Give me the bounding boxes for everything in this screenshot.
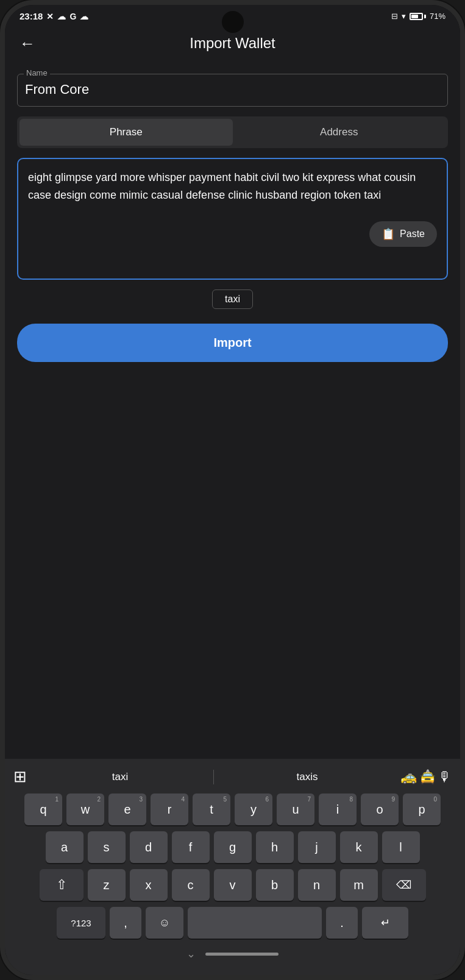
page-title: Import Wallet [190,35,275,52]
key-emoji[interactable]: ☺ [146,907,183,939]
key-l[interactable]: l [382,831,420,863]
key-comma[interactable]: , [110,907,141,939]
key-p[interactable]: p0 [403,794,441,825]
cloud2-icon: ☁ [80,12,88,21]
suggestion-taxis[interactable]: taxis [216,769,398,786]
key-k[interactable]: k [340,831,378,863]
key-o[interactable]: o9 [361,794,399,825]
suggestions-row: ⊞ taxi taxis 🚕 🚖 🎙 [7,764,458,791]
phrase-input-area[interactable]: eight glimpse yard more whisper payment … [17,158,448,280]
key-row-4: ?123 , ☺ . ↵ [10,907,455,939]
wifi-icon: ▾ [402,12,406,21]
name-field-wrapper: Name [17,74,448,107]
paste-icon: 📋 [382,227,395,241]
key-y[interactable]: y6 [235,794,272,825]
key-t[interactable]: t5 [193,794,230,825]
camera-notch [222,11,244,33]
suggestion-chip[interactable]: taxi [212,289,253,309]
key-x[interactable]: x [130,869,168,901]
cloud-icon: ☁ [57,12,66,21]
status-time: 23:18 ✕ ☁ G ☁ [20,11,88,21]
app-content: ← Import Wallet Name Phrase Address eigh… [5,25,460,975]
tab-address[interactable]: Address [233,119,446,146]
mic-icon[interactable]: 🎙 [438,769,452,785]
taxi-emoji-2[interactable]: 🚖 [419,769,436,785]
key-backspace[interactable]: ⌫ [382,869,426,901]
x-icon: ✕ [46,12,54,21]
key-r[interactable]: r4 [151,794,188,825]
phone-frame: 23:18 ✕ ☁ G ☁ ⊟ ▾ 71% [0,0,465,980]
key-return[interactable]: ↵ [362,907,408,939]
suggestion-taxi[interactable]: taxi [29,769,211,786]
key-i[interactable]: i8 [319,794,357,825]
key-z[interactable]: z [88,869,126,901]
import-button[interactable]: Import [17,324,448,362]
paste-button[interactable]: 📋 Paste [369,221,437,247]
key-q[interactable]: q1 [24,794,62,825]
name-label: Name [24,68,50,77]
battery-indicator [410,13,426,20]
key-m[interactable]: m [340,869,378,901]
key-space[interactable] [188,907,322,939]
key-v[interactable]: v [214,869,252,901]
key-s[interactable]: s [88,831,126,863]
name-input[interactable] [25,79,440,100]
bottom-bar: ⌄ [7,941,458,973]
key-h[interactable]: h [256,831,294,863]
autocomplete-suggestion: taxi [17,289,448,309]
key-row-3: ⇧ z x c v b n m ⌫ [10,869,455,901]
status-right: ⊟ ▾ 71% [391,12,445,21]
chevron-down-icon[interactable]: ⌄ [186,947,196,960]
key-f[interactable]: f [172,831,210,863]
grid-icon[interactable]: ⊞ [13,767,27,786]
back-button[interactable]: ← [17,32,38,55]
key-c[interactable]: c [172,869,210,901]
key-e[interactable]: e3 [108,794,146,825]
form-area: Name Phrase Address eight glimpse yard m… [5,62,460,372]
key-a[interactable]: a [46,831,83,863]
key-j[interactable]: j [298,831,336,863]
keyboard-area: ⊞ taxi taxis 🚕 🚖 🎙 q1 w2 e3 r4 [5,759,460,975]
key-n[interactable]: n [298,869,336,901]
key-period[interactable]: . [326,907,358,939]
tab-phrase[interactable]: Phrase [20,119,233,146]
g-icon: G [69,12,76,21]
battery-percent: 71% [430,12,445,21]
keyboard-rows: q1 w2 e3 r4 t5 y6 u7 i8 o9 p0 a s [7,791,458,941]
taxi-emoji-1[interactable]: 🚕 [400,769,417,785]
sim-icon: ⊟ [391,12,398,21]
key-row-1: q1 w2 e3 r4 t5 y6 u7 i8 o9 p0 [10,794,455,825]
home-indicator [205,953,279,956]
key-shift[interactable]: ⇧ [40,869,83,901]
phrase-text: eight glimpse yard more whisper payment … [28,169,437,204]
paste-label: Paste [400,229,425,240]
key-g[interactable]: g [214,831,252,863]
key-numbers[interactable]: ?123 [57,907,105,939]
suggestion-divider [213,770,214,784]
phone-screen: 23:18 ✕ ☁ G ☁ ⊟ ▾ 71% [5,5,460,975]
key-row-2: a s d f g h j k l [10,831,455,863]
key-w[interactable]: w2 [66,794,104,825]
key-u[interactable]: u7 [277,794,314,825]
key-d[interactable]: d [130,831,168,863]
key-b[interactable]: b [256,869,294,901]
tab-switcher: Phrase Address [17,116,448,148]
spacer [5,372,460,759]
